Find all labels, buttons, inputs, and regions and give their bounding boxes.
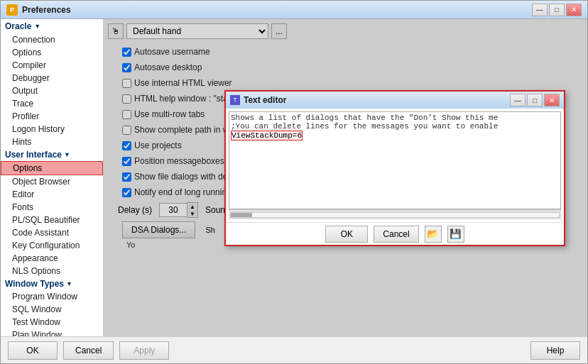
- window-types-dropdown-icon: ▼: [66, 280, 72, 287]
- sidebar-item-sql-window[interactable]: SQL Window: [1, 303, 103, 316]
- close-button[interactable]: ✕: [566, 4, 582, 16]
- oracle-section-header[interactable]: Oracle ▼: [1, 19, 103, 33]
- text-editor-dialog: T Text editor — □ ✕ Shows a list of dial…: [224, 90, 565, 246]
- bottom-bar: OK Cancel Apply Help: [1, 336, 587, 363]
- sidebar-item-profiler[interactable]: Profiler: [1, 110, 103, 123]
- window-title: Preferences: [22, 5, 532, 15]
- cancel-button[interactable]: Cancel: [63, 341, 114, 360]
- sidebar-item-trace[interactable]: Trace: [1, 97, 103, 110]
- app-icon: P: [6, 4, 18, 16]
- highlighted-text-line: ViewStackDump=6: [231, 131, 303, 140]
- help-button[interactable]: Help: [530, 341, 580, 360]
- oracle-dropdown-icon: ▼: [34, 23, 40, 30]
- window-types-section-header[interactable]: Window Types ▼: [1, 277, 103, 290]
- sidebar-item-plan-window[interactable]: Plan Window: [1, 329, 103, 336]
- dialog-ok-button[interactable]: OK: [325, 226, 368, 243]
- user-interface-section-header[interactable]: User Interface ▼: [1, 148, 103, 161]
- dialog-cancel-button[interactable]: Cancel: [374, 226, 418, 243]
- horizontal-scrollbar[interactable]: [229, 209, 561, 219]
- sidebar-item-hints[interactable]: Hints: [1, 136, 103, 148]
- dialog-close-button[interactable]: ✕: [544, 94, 560, 106]
- main-content: Oracle ▼ Connection Options Compiler Deb…: [1, 19, 587, 336]
- dialog-save-button[interactable]: 💾: [447, 226, 464, 243]
- text-editor-area[interactable]: Shows a list of dialogs that have the "D…: [229, 111, 561, 209]
- dialog-content: Shows a list of dialogs that have the "D…: [226, 109, 564, 222]
- sidebar-item-fonts[interactable]: Fonts: [1, 201, 103, 214]
- dialog-title-icon: T: [230, 95, 240, 105]
- user-interface-label: User Interface: [5, 150, 62, 160]
- dialog-win-controls: — □ ✕: [510, 94, 560, 106]
- sidebar-item-nls-options[interactable]: NLS Options: [1, 265, 103, 277]
- sidebar-item-output[interactable]: Output: [1, 84, 103, 97]
- sidebar-item-object-browser[interactable]: Object Browser: [1, 175, 103, 188]
- title-bar: P Preferences — □ ✕: [1, 1, 587, 19]
- scroll-thumb: [231, 213, 252, 217]
- dialog-title-bar: T Text editor — □ ✕: [226, 92, 564, 109]
- ok-button[interactable]: OK: [8, 341, 58, 360]
- dialog-minimize-button[interactable]: —: [510, 94, 526, 106]
- sidebar-item-program-window[interactable]: Program Window: [1, 290, 103, 303]
- minimize-button[interactable]: —: [532, 4, 548, 16]
- sidebar-item-editor[interactable]: Editor: [1, 188, 103, 201]
- window-types-label: Window Types: [5, 279, 64, 289]
- user-interface-dropdown-icon: ▼: [64, 151, 70, 158]
- window-controls: — □ ✕: [532, 4, 582, 16]
- dialog-footer: OK Cancel 📂 💾: [226, 222, 564, 245]
- apply-button[interactable]: Apply: [119, 341, 169, 360]
- sidebar-item-connection[interactable]: Connection: [1, 33, 103, 46]
- preferences-window: P Preferences — □ ✕ Oracle ▼ Connection …: [0, 0, 588, 364]
- sidebar-item-appearance[interactable]: Appearance: [1, 252, 103, 265]
- scroll-track[interactable]: [230, 212, 560, 218]
- dialog-title-text: Text editor: [244, 95, 510, 105]
- sidebar-item-key-configuration[interactable]: Key Configuration: [1, 239, 103, 252]
- dialog-folder-button[interactable]: 📂: [425, 226, 442, 243]
- right-panel: 🖱 Default hand ... Autosave username: [104, 19, 587, 336]
- sidebar: Oracle ▼ Connection Options Compiler Deb…: [1, 19, 104, 336]
- sidebar-item-compiler[interactable]: Compiler: [1, 59, 103, 72]
- sidebar-item-logon-history[interactable]: Logon History: [1, 123, 103, 136]
- sidebar-item-options-ui[interactable]: Options: [1, 161, 103, 175]
- sidebar-item-test-window[interactable]: Test Window: [1, 316, 103, 329]
- oracle-label: Oracle: [5, 21, 31, 31]
- sidebar-item-plsql-beautifier[interactable]: PL/SQL Beautifier: [1, 214, 103, 226]
- sidebar-item-options-oracle[interactable]: Options: [1, 46, 103, 59]
- sidebar-item-debugger[interactable]: Debugger: [1, 72, 103, 84]
- maximize-button[interactable]: □: [549, 4, 565, 16]
- sidebar-item-code-assistant[interactable]: Code Assistant: [1, 226, 103, 239]
- dialog-maximize-button[interactable]: □: [527, 94, 543, 106]
